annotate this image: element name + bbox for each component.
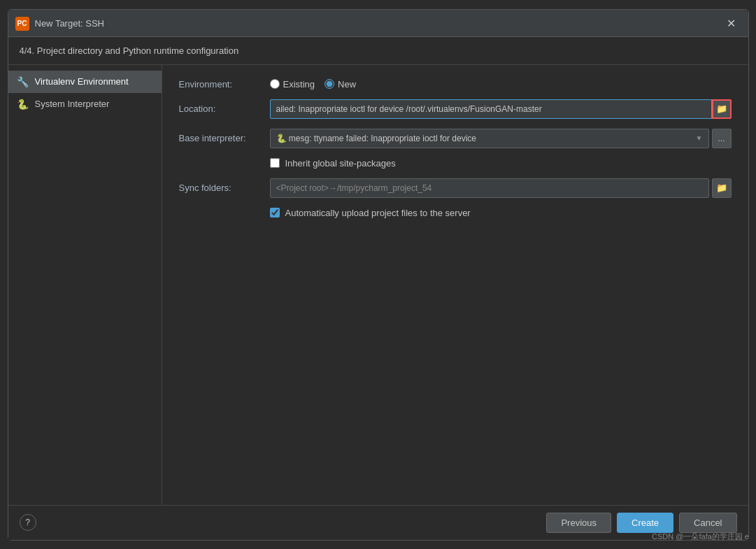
sync-input-wrapper: 📁 xyxy=(270,178,732,198)
title-bar: PC New Target: SSH ✕ xyxy=(8,10,748,37)
location-browse-button[interactable]: 📁 xyxy=(712,99,732,119)
inherit-row: Inherit global site-packages xyxy=(179,158,732,169)
base-interpreter-row: Base interpreter: 🐍 mesg: ttyname failed… xyxy=(179,129,732,148)
previous-button[interactable]: Previous xyxy=(546,513,611,533)
sidebar-item-virtualenv[interactable]: 🔧 Virtualenv Environment xyxy=(8,71,162,93)
existing-option[interactable]: Existing xyxy=(270,79,315,90)
main-content: Environment: Existing New Location: xyxy=(162,65,748,505)
main-dialog: PC New Target: SSH ✕ 4/4. Project direct… xyxy=(8,9,749,541)
sidebar-item-system[interactable]: 🐍 System Interpreter xyxy=(8,93,162,115)
auto-upload-row: Automatically upload project files to th… xyxy=(179,208,732,218)
sync-folders-row: Sync folders: 📁 xyxy=(179,178,732,198)
interpreter-ellipsis-button[interactable]: ... xyxy=(712,129,732,148)
select-arrow-icon: ▼ xyxy=(696,134,703,142)
step-header: 4/4. Project directory and Python runtim… xyxy=(8,37,748,65)
new-radio[interactable] xyxy=(324,79,334,89)
sync-folders-label: Sync folders: xyxy=(179,183,270,193)
auto-upload-checkbox[interactable] xyxy=(270,208,280,218)
sidebar-item-system-label: System Interpreter xyxy=(35,99,110,109)
dialog-footer: ? Previous Create Cancel xyxy=(8,505,748,540)
interpreter-input-wrapper: 🐍 mesg: ttyname failed: Inappropriate io… xyxy=(270,129,732,148)
footer-right: Previous Create Cancel xyxy=(546,513,736,533)
sidebar: 🔧 Virtualenv Environment 🐍 System Interp… xyxy=(8,65,162,505)
folder-icon: 📁 xyxy=(716,104,727,114)
location-label: Location: xyxy=(179,104,270,114)
virtualenv-icon: 🔧 xyxy=(17,76,29,88)
dialog-body: 🔧 Virtualenv Environment 🐍 System Interp… xyxy=(8,65,748,505)
sync-browse-button[interactable]: 📁 xyxy=(712,178,732,198)
location-input-wrapper: 📁 xyxy=(270,99,732,119)
environment-row: Environment: Existing New xyxy=(179,79,732,90)
system-icon: 🐍 xyxy=(17,98,29,110)
help-button[interactable]: ? xyxy=(20,514,36,531)
pycharm-icon: PC xyxy=(15,17,29,31)
new-label: New xyxy=(338,79,356,90)
location-row: Location: 📁 xyxy=(179,99,732,119)
sync-folder-icon: 📁 xyxy=(716,183,727,193)
sync-folders-input[interactable] xyxy=(270,178,709,198)
base-interpreter-label: Base interpreter: xyxy=(179,133,270,143)
close-button[interactable]: ✕ xyxy=(725,17,739,31)
create-button[interactable]: Create xyxy=(617,513,673,533)
location-input[interactable] xyxy=(270,99,712,119)
inherit-label: Inherit global site-packages xyxy=(285,158,396,169)
dialog-title: New Target: SSH xyxy=(35,18,104,29)
existing-radio[interactable] xyxy=(270,79,280,89)
sidebar-item-virtualenv-label: Virtualenv Environment xyxy=(35,76,129,87)
cancel-button[interactable]: Cancel xyxy=(679,513,736,533)
footer-left: ? xyxy=(20,514,36,531)
new-option[interactable]: New xyxy=(324,79,356,90)
environment-controls: Existing New xyxy=(270,79,732,90)
title-bar-left: PC New Target: SSH xyxy=(15,17,104,31)
watermark: CSDN @一朵fafa的学庄园 e xyxy=(652,532,749,542)
base-interpreter-value: 🐍 mesg: ttyname failed: Inappropriate io… xyxy=(276,134,476,143)
inherit-checkbox[interactable] xyxy=(270,158,280,168)
base-interpreter-select[interactable]: 🐍 mesg: ttyname failed: Inappropriate io… xyxy=(270,129,709,148)
environment-label: Environment: xyxy=(179,79,270,90)
existing-label: Existing xyxy=(283,79,315,90)
auto-upload-label: Automatically upload project files to th… xyxy=(285,208,471,218)
